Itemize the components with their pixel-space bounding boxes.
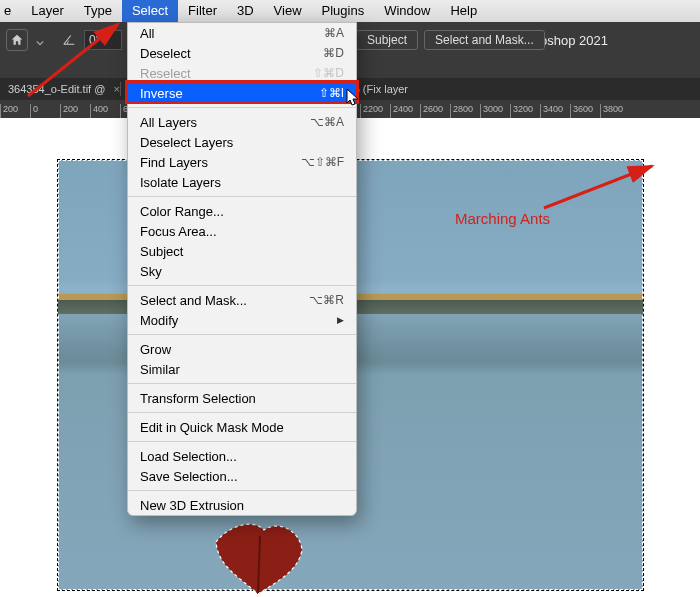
ruler-tick: 3200 <box>510 104 540 118</box>
menu-item-label: Deselect Layers <box>140 135 233 150</box>
select-and-mask-button[interactable]: Select and Mask... <box>424 30 545 50</box>
menu-item-edit-in-quick-mask-mode[interactable]: Edit in Quick Mask Mode <box>128 417 356 437</box>
home-icon[interactable] <box>6 29 28 51</box>
ruler-tick: 0 <box>30 104 60 118</box>
menu-item-label: Sky <box>140 264 162 279</box>
menu-item-focus-area[interactable]: Focus Area... <box>128 221 356 241</box>
menu-item-label: Deselect <box>140 46 191 61</box>
menu-item-label: All <box>140 26 154 41</box>
menu-item-3d[interactable]: 3D <box>227 0 264 22</box>
menu-item-all[interactable]: All⌘A <box>128 23 356 43</box>
ruler-tick: 2800 <box>450 104 480 118</box>
document-tab-frag[interactable]: 364354_o-Edit.tif @ <box>2 83 111 95</box>
ruler-tick: 3800 <box>600 104 630 118</box>
menu-item-help[interactable]: Help <box>440 0 487 22</box>
menu-item-label: Save Selection... <box>140 469 238 484</box>
annotation-label: Marching Ants <box>455 210 550 227</box>
menu-item-type[interactable]: Type <box>74 0 122 22</box>
menu-item-label: Similar <box>140 362 180 377</box>
menu-item-layer[interactable]: Layer <box>21 0 74 22</box>
menu-item-filter[interactable]: Filter <box>178 0 227 22</box>
menu-item-edit-fragment[interactable]: e <box>0 0 21 22</box>
ruler-tick: 2200 <box>360 104 390 118</box>
menu-item-label: Transform Selection <box>140 391 256 406</box>
menu-separator <box>128 441 356 442</box>
menu-separator <box>128 107 356 108</box>
menu-item-select-and-mask[interactable]: Select and Mask...⌥⌘R <box>128 290 356 310</box>
menu-separator <box>128 196 356 197</box>
mac-menubar: e Layer Type Select Filter 3D View Plugi… <box>0 0 700 22</box>
menu-item-label: Inverse <box>140 86 183 101</box>
menu-item-shortcut: ⌘A <box>324 26 344 40</box>
chevron-down-icon[interactable] <box>36 36 44 44</box>
subject-button[interactable]: Subject <box>356 30 418 50</box>
menu-item-plugins[interactable]: Plugins <box>312 0 375 22</box>
ruler-tick: 3000 <box>480 104 510 118</box>
menu-item-shortcut: ⌥⌘A <box>310 115 344 129</box>
menu-item-label: Select and Mask... <box>140 293 247 308</box>
angle-input[interactable] <box>84 30 122 50</box>
menu-item-label: Find Layers <box>140 155 208 170</box>
ruler-tick: 3600 <box>570 104 600 118</box>
menu-item-find-layers[interactable]: Find Layers⌥⇧⌘F <box>128 152 356 172</box>
menu-item-deselect[interactable]: Deselect⌘D <box>128 43 356 63</box>
menu-item-view[interactable]: View <box>264 0 312 22</box>
menu-item-shortcut: ⌥⌘R <box>309 293 344 307</box>
menu-item-label: New 3D Extrusion <box>140 498 244 513</box>
menu-item-deselect-layers[interactable]: Deselect Layers <box>128 132 356 152</box>
ruler-tick: 3400 <box>540 104 570 118</box>
menu-item-label: Modify <box>140 313 178 328</box>
leaf-graphic <box>198 506 318 596</box>
menu-item-shortcut: ⇧⌘I <box>319 86 344 100</box>
menu-item-load-selection[interactable]: Load Selection... <box>128 446 356 466</box>
menu-item-label: All Layers <box>140 115 197 130</box>
menu-item-label: Edit in Quick Mask Mode <box>140 420 284 435</box>
menu-item-label: Isolate Layers <box>140 175 221 190</box>
ruler-tick: 200 <box>60 104 90 118</box>
select-menu-dropdown: All⌘ADeselect⌘DReselect⇧⌘DInverse⇧⌘IAll … <box>127 22 357 516</box>
menu-item-sky[interactable]: Sky <box>128 261 356 281</box>
ruler-tick: 200 <box>0 104 30 118</box>
menu-item-window[interactable]: Window <box>374 0 440 22</box>
ruler-tick: 400 <box>90 104 120 118</box>
menu-item-label: Grow <box>140 342 171 357</box>
ruler-tick: 2400 <box>390 104 420 118</box>
menu-item-grow[interactable]: Grow <box>128 339 356 359</box>
menu-item-similar[interactable]: Similar <box>128 359 356 379</box>
menu-item-select[interactable]: Select <box>122 0 178 22</box>
menu-item-isolate-layers[interactable]: Isolate Layers <box>128 172 356 192</box>
menu-separator <box>128 412 356 413</box>
menu-item-transform-selection[interactable]: Transform Selection <box>128 388 356 408</box>
menu-item-label: Focus Area... <box>140 224 217 239</box>
menu-item-shortcut: ⇧⌘D <box>313 66 344 80</box>
ruler-tick: 2600 <box>420 104 450 118</box>
menu-separator <box>128 285 356 286</box>
menu-item-shortcut: ⌘D <box>323 46 344 60</box>
menu-item-label: Subject <box>140 244 183 259</box>
menu-item-subject[interactable]: Subject <box>128 241 356 261</box>
angle-icon <box>62 32 76 49</box>
menu-item-label: Reselect <box>140 66 191 81</box>
menu-item-inverse[interactable]: Inverse⇧⌘I <box>128 83 356 103</box>
menu-item-new-3d-extrusion[interactable]: New 3D Extrusion <box>128 495 356 515</box>
menu-separator <box>128 383 356 384</box>
menu-separator <box>128 490 356 491</box>
menu-item-label: Load Selection... <box>140 449 237 464</box>
menu-item-color-range[interactable]: Color Range... <box>128 201 356 221</box>
menu-item-all-layers[interactable]: All Layers⌥⌘A <box>128 112 356 132</box>
menu-item-reselect: Reselect⇧⌘D <box>128 63 356 83</box>
menu-separator <box>128 334 356 335</box>
menu-item-shortcut: ⌥⇧⌘F <box>301 155 344 169</box>
menu-item-save-selection[interactable]: Save Selection... <box>128 466 356 486</box>
menu-item-modify[interactable]: Modify <box>128 310 356 330</box>
menu-item-label: Color Range... <box>140 204 224 219</box>
